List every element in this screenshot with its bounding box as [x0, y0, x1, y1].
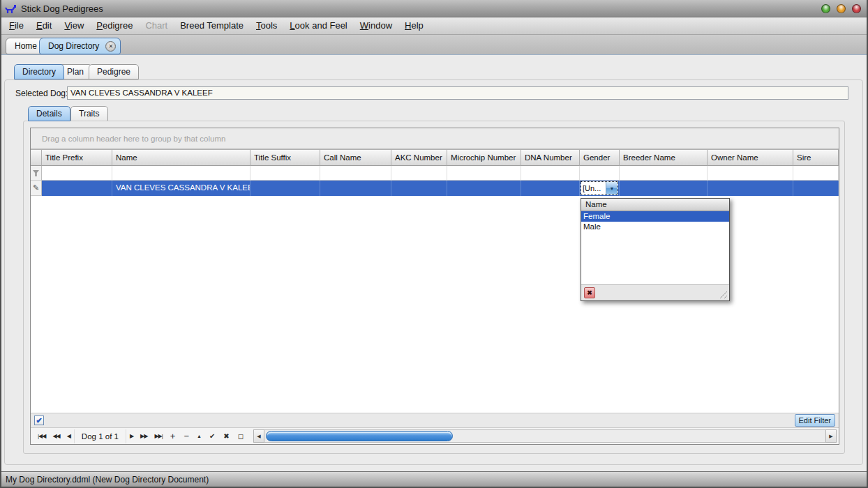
maximize-button[interactable] — [837, 4, 846, 13]
filter-cell[interactable] — [620, 166, 708, 181]
status-text: My Dog Directory.ddml (New Dog Directory… — [6, 475, 209, 485]
nav-last-button[interactable]: ▶▶| — [151, 433, 165, 439]
dropdown-option-male[interactable]: Male — [581, 222, 729, 232]
column-header-microchip-number[interactable]: Microchip Number — [447, 150, 521, 166]
menu-tools[interactable]: Tools — [250, 17, 283, 34]
cell-gender[interactable]: [Un... ▼ — [580, 181, 620, 196]
filter-cell[interactable] — [521, 166, 580, 181]
filter-active-checkbox[interactable]: ✔ — [34, 415, 44, 425]
minimize-button[interactable] — [821, 4, 830, 13]
filter-cell[interactable] — [580, 166, 620, 181]
column-header-dna-number[interactable]: DNA Number — [521, 150, 580, 166]
nav-first-button[interactable]: |◀◀ — [34, 433, 49, 439]
filter-cell[interactable] — [793, 166, 839, 181]
nav-next-button[interactable]: ▶ — [126, 433, 137, 439]
group-by-drop-zone[interactable]: Drag a column header here to group by th… — [31, 128, 839, 149]
scroll-left-button[interactable]: ◀ — [253, 429, 264, 443]
cell-owner-name[interactable] — [708, 181, 793, 196]
menu-look-and-feel[interactable]: Look and Feel — [283, 17, 353, 34]
nav-refresh-button[interactable]: ◻ — [234, 432, 248, 440]
grid-header-row: Title Prefix Name Title Suffix Call Name… — [31, 149, 839, 166]
window-title: Stick Dog Pedigrees — [21, 0, 103, 17]
nav-prior-page-button[interactable]: ◀◀ — [49, 433, 63, 439]
menu-pedigree[interactable]: Pedigree — [90, 17, 139, 34]
filter-row-indicator[interactable] — [31, 166, 42, 181]
column-header-title-prefix[interactable]: Title Prefix — [42, 150, 112, 166]
status-bar: My Dog Directory.ddml (New Dog Directory… — [0, 471, 868, 488]
menu-help[interactable]: Help — [398, 17, 430, 34]
column-header-sire[interactable]: Sire — [793, 150, 839, 166]
nav-cancel-button[interactable]: ✖ — [219, 432, 233, 440]
cell-microchip-number[interactable] — [447, 181, 521, 196]
nav-post-button[interactable]: ✔ — [205, 432, 219, 440]
tab-details-label: Details — [36, 109, 62, 119]
cell-name[interactable]: VAN CLEVES CASSANDRA V KALEEF — [112, 181, 250, 196]
cell-call-name[interactable] — [320, 181, 391, 196]
tab-pedigree[interactable]: Pedigree — [89, 64, 139, 79]
nav-delete-button[interactable]: − — [179, 431, 193, 441]
cell-title-prefix[interactable] — [42, 181, 112, 196]
filter-cell[interactable] — [42, 166, 112, 181]
dropdown-column-header[interactable]: Name — [581, 199, 729, 211]
gender-combo-value[interactable]: [Un... — [581, 182, 606, 195]
app-dog-icon — [5, 3, 17, 15]
scroll-right-button[interactable]: ▶ — [825, 429, 837, 443]
window-controls — [821, 4, 861, 13]
column-header-name[interactable]: Name — [112, 150, 250, 166]
menu-edit[interactable]: Edit — [30, 17, 58, 34]
tab-details[interactable]: Details — [28, 106, 70, 121]
filter-cell[interactable] — [320, 166, 391, 181]
column-header-owner-name[interactable]: Owner Name — [708, 150, 793, 166]
window-frame — [0, 0, 1, 488]
selected-dog-row[interactable]: ✎ VAN CLEVES CASSANDRA V KALEEF [Un... ▼ — [31, 181, 839, 196]
tab-traits[interactable]: Traits — [70, 106, 108, 121]
tab-directory[interactable]: Directory — [14, 64, 64, 79]
application-window: Stick Dog Pedigrees File Edit View Pedig… — [0, 0, 868, 488]
dropdown-close-button[interactable]: ✖ — [584, 287, 595, 298]
menu-file[interactable]: File — [3, 17, 30, 34]
filter-cell[interactable] — [708, 166, 793, 181]
filter-funnel-icon — [33, 170, 39, 176]
gender-combo-editor[interactable]: [Un... ▼ — [581, 181, 618, 195]
tab-directory-label: Directory — [22, 67, 56, 77]
gender-dropdown-button[interactable]: ▼ — [606, 182, 618, 195]
filter-row — [31, 166, 839, 181]
column-header-call-name[interactable]: Call Name — [320, 150, 391, 166]
nav-prior-button[interactable]: ◀ — [63, 433, 74, 439]
nav-next-page-button[interactable]: ▶▶ — [137, 433, 151, 439]
nav-insert-button[interactable]: + — [166, 431, 180, 441]
menu-window[interactable]: Window — [354, 17, 398, 34]
cell-sire[interactable] — [793, 181, 839, 196]
edit-filter-button[interactable]: Edit Filter — [795, 414, 835, 427]
chevron-down-icon: ▼ — [610, 181, 615, 196]
column-header-breeder-name[interactable]: Breeder Name — [620, 150, 708, 166]
scrollbar-track[interactable] — [264, 429, 825, 443]
document-tab-strip: Home Dog Directory ✕ — [0, 35, 868, 55]
row-edit-indicator: ✎ — [31, 181, 42, 196]
tab-dog-directory[interactable]: Dog Directory ✕ — [39, 38, 121, 54]
cell-breeder-name[interactable] — [620, 181, 708, 196]
data-navigator: |◀◀ ◀◀ ◀ Dog 1 of 1 ▶ ▶▶ ▶▶| + − ▲ ✔ ✖ ◻… — [31, 427, 839, 444]
close-button[interactable] — [852, 4, 861, 13]
dropdown-option-female[interactable]: Female — [581, 211, 729, 222]
filter-cell[interactable] — [447, 166, 521, 181]
filter-cell[interactable] — [250, 166, 320, 181]
menu-breed-template[interactable]: Breed Template — [174, 17, 250, 34]
column-header-title-suffix[interactable]: Title Suffix — [250, 150, 320, 166]
tab-close-icon[interactable]: ✕ — [105, 41, 116, 52]
column-header-akc-number[interactable]: AKC Number — [391, 150, 447, 166]
cell-dna-number[interactable] — [521, 181, 580, 196]
nav-edit-button[interactable]: ▲ — [193, 434, 205, 439]
dropdown-footer: ✖ — [581, 284, 729, 300]
cell-akc-number[interactable] — [391, 181, 447, 196]
cell-title-suffix[interactable] — [250, 181, 320, 196]
scrollbar-thumb[interactable] — [266, 431, 453, 441]
menu-view[interactable]: View — [58, 17, 90, 34]
nav-position-label: Dog 1 of 1 — [74, 429, 126, 443]
column-header-gender[interactable]: Gender — [580, 150, 620, 166]
filter-cell[interactable] — [112, 166, 250, 181]
selected-dog-field[interactable]: VAN CLEVES CASSANDRA V KALEEF — [67, 86, 848, 100]
tab-pedigree-label: Pedigree — [97, 67, 130, 77]
resize-grip[interactable] — [718, 289, 727, 298]
filter-cell[interactable] — [391, 166, 447, 181]
